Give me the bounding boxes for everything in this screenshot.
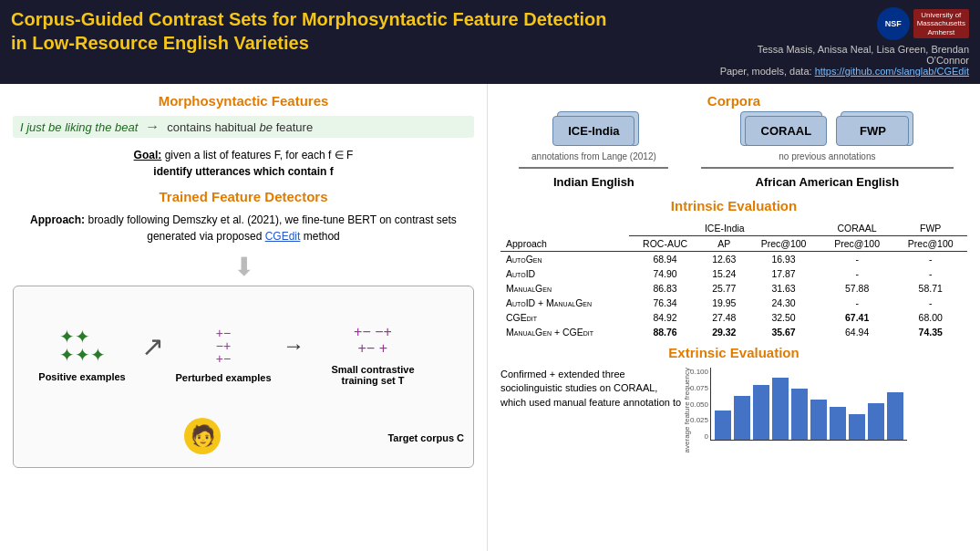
bar-1 — [715, 411, 731, 440]
approach-col-header: Approach — [500, 236, 629, 252]
roc-cell: 84.92 — [629, 310, 702, 325]
ice-annotation: annotations from Lange (2012) — [531, 151, 656, 161]
goal-statement: Goal: given a list of features F, for ea… — [13, 147, 474, 180]
ap-cell: 25.77 — [701, 281, 747, 296]
target-corpus-label: Target corpus C — [387, 432, 464, 443]
roc-cell: 86.83 — [629, 281, 702, 296]
bar-2 — [734, 396, 750, 440]
prec3-cell: - — [893, 266, 967, 281]
prec2-cell: 64.94 — [820, 325, 894, 339]
fwp-card: FWP — [836, 116, 909, 146]
roc-cell: 68.94 — [629, 252, 702, 267]
header: Corpus-Guided Contrast Sets for Morphosy… — [0, 0, 980, 84]
prec2-cell: - — [820, 252, 894, 267]
indian-english-label: Indian English — [519, 175, 668, 189]
ap-cell-bold: 29.32 — [701, 325, 747, 339]
coraal-annotation: no previous annotations — [779, 151, 875, 161]
prec1-cell: 17.87 — [747, 266, 820, 281]
paper-title: Corpus-Guided Contrast Sets for Morphosy… — [11, 7, 606, 55]
bar-5 — [791, 389, 808, 440]
small-contrastive-set: +− −+ +− + Small contrastive training se… — [304, 324, 441, 385]
fwp-group-header: FWP — [893, 221, 967, 236]
roc-cell: 76.34 — [629, 296, 702, 310]
corpora-section: Corpora ICE-India annotations from Lange… — [500, 93, 967, 189]
nsf-badge: NSF — [877, 7, 910, 40]
prec100-coraal-col-header: Prec@100 — [820, 236, 894, 252]
bar-4 — [772, 378, 789, 440]
arrow-right-icon: → — [283, 333, 304, 359]
umass-badge: University of Massachusetts Amherst — [913, 9, 969, 39]
ice-india-group: ICE-India annotations from Lange (2012) … — [500, 116, 687, 189]
target-corpus-row: 🧑 Target corpus C — [23, 418, 464, 458]
extrinsic-description: Confirmed + extended three sociolinguist… — [500, 368, 683, 459]
ap-cell: 19.95 — [701, 296, 747, 310]
plus-symbols: ✦✦✦✦✦ — [59, 327, 106, 364]
approach-cell: ManualGen — [500, 281, 629, 296]
ap-col-header: AP — [701, 236, 747, 252]
avatar-icon: 🧑 — [184, 418, 221, 454]
bar-7 — [830, 407, 846, 440]
prec1-cell: 31.63 — [747, 281, 820, 296]
bar-8 — [849, 414, 865, 440]
chart-bars — [710, 368, 907, 441]
prec1-cell: 24.30 — [747, 296, 820, 310]
example-text: I just be liking the beat — [20, 120, 138, 134]
table-row: CGEdit 84.92 27.48 32.50 67.41 68.00 — [500, 310, 967, 325]
down-arrow-icon: ⬇ — [13, 252, 474, 282]
prec3-cell: 68.00 — [893, 310, 967, 325]
positive-label: Positive examples — [38, 371, 125, 382]
pm-symbols-1: +−−++− — [216, 327, 231, 365]
arrow-icon: → — [145, 119, 160, 135]
coraal-group-header: CORAAL — [820, 221, 894, 236]
extrinsic-content: Confirmed + extended three sociolinguist… — [500, 368, 967, 459]
table-row: ManualGen 86.83 25.77 31.63 57.88 58.71 — [500, 281, 967, 296]
bar-9 — [868, 403, 884, 440]
prec3-cell: - — [893, 252, 967, 267]
bar-10 — [887, 392, 903, 440]
intrinsic-heading: Intrinsic Evaluation — [500, 198, 967, 213]
cgedit-link: CGEdit — [265, 230, 301, 243]
prec1-cell: 16.93 — [747, 252, 820, 267]
approach-description: Approach: broadly following Demszky et a… — [13, 212, 474, 244]
table-row: AutoID + ManualGen 76.34 19.95 24.30 - - — [500, 296, 967, 310]
approach-cell: AutoID + ManualGen — [500, 296, 629, 310]
right-panel: Corpora ICE-India annotations from Lange… — [488, 84, 980, 551]
coraal-card: CORAAL — [745, 116, 827, 146]
approach-cell: AutoGen — [500, 252, 629, 267]
prec1-cell: 32.50 — [747, 310, 820, 325]
prec100-ice-col-header: Prec@100 — [747, 236, 820, 252]
author-list: Tessa Masis, Anissa Neal, Lisa Green, Br… — [714, 44, 969, 77]
table-row: ManualGen + CGEdit 88.76 29.32 35.67 64.… — [500, 325, 967, 339]
corpora-heading: Corpora — [500, 93, 967, 109]
intrinsic-table: ICE-India CORAAL FWP Approach ROC-AUC AP… — [500, 221, 967, 339]
y-axis-label: average feature frequency — [683, 368, 691, 452]
extrinsic-heading: Extrinsic Evaluation — [500, 345, 967, 360]
prec2-cell-bold: 67.41 — [820, 310, 894, 325]
ap-cell: 27.48 — [701, 310, 747, 325]
prec2-cell: - — [820, 296, 894, 310]
perturbed-label: Perturbed examples — [175, 372, 271, 383]
morpho-heading: Morphosyntactic Features — [13, 93, 474, 109]
example-description: contains habitual be feature — [167, 120, 313, 134]
ap-cell: 15.24 — [701, 266, 747, 281]
coraal-fwp-group: CORAAL FWP no previous annotations Afric… — [687, 116, 967, 189]
approach-cell: ManualGen + CGEdit — [500, 325, 629, 339]
extrinsic-eval-section: Extrinsic Evaluation Confirmed + extende… — [500, 345, 967, 459]
github-link[interactable]: https://github.com/slanglab/CGEdit — [815, 66, 969, 77]
roc-cell-bold: 88.76 — [629, 325, 702, 339]
bar-3 — [753, 385, 769, 440]
y-axis-labels: 0.100 0.075 0.050 0.025 0 — [690, 368, 708, 441]
approach-cell: AutoID — [500, 266, 629, 281]
prec3-cell-bold: 74.35 — [893, 325, 967, 339]
prec3-cell: - — [893, 296, 967, 310]
diagram-content: ✦✦✦✦✦ Positive examples ↗ +−−++− Perturb… — [23, 296, 464, 414]
roc-auc-col-header: ROC-AUC — [629, 236, 702, 252]
left-panel: Morphosyntactic Features I just be likin… — [0, 84, 488, 551]
prec100-fwp-col-header: Prec@100 — [893, 236, 967, 252]
ice-india-group-header: ICE-India — [629, 221, 820, 236]
curved-arrow-1: ↗ — [141, 330, 164, 362]
roc-cell: 74.90 — [629, 266, 702, 281]
header-right: NSF University of Massachusetts Amherst … — [714, 7, 969, 77]
diagram-box: ✦✦✦✦✦ Positive examples ↗ +−−++− Perturb… — [13, 286, 474, 468]
bar-6 — [810, 400, 827, 440]
